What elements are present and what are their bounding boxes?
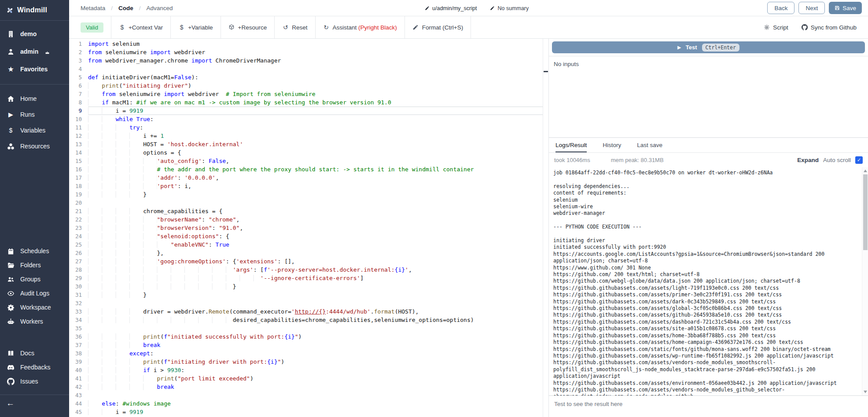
autoscroll-checkbox[interactable]: ✓	[855, 156, 863, 164]
sidebar-item-folders[interactable]: Folders	[0, 259, 69, 271]
format-button[interactable]: Format (Ctrl+S)	[405, 16, 471, 38]
code-line[interactable]: }	[88, 291, 543, 299]
expand-button[interactable]: Expand	[797, 157, 819, 163]
code-editor[interactable]: 1234567891011121314151617181920212223242…	[69, 39, 543, 417]
code-line[interactable]: }	[88, 282, 543, 291]
sidebar-item-feedbacks[interactable]: Feedbacks	[0, 362, 69, 373]
code-line[interactable]: options = {	[88, 148, 543, 157]
code-line[interactable]: if macM1: #if we are on mac m1 -> custom…	[88, 98, 543, 107]
script-summary-edit[interactable]: No summary	[490, 5, 529, 11]
code-line[interactable]: i += 1	[88, 132, 543, 140]
sidebar-item-resources[interactable]: Resources	[0, 140, 69, 152]
code-line[interactable]: },	[88, 249, 543, 257]
app-logo[interactable]: Windmill	[0, 0, 69, 21]
code-line[interactable]: def initiateDriver(macM1=False):	[88, 73, 543, 81]
sidebar-item-audit-logs[interactable]: Audit Logs	[0, 288, 69, 299]
sidebar-item-groups[interactable]: Groups	[0, 273, 69, 285]
next-button[interactable]: Next	[798, 2, 825, 14]
code-line[interactable]: "browserVersion": "91.0",	[88, 224, 543, 232]
code-line[interactable]: break	[88, 383, 543, 391]
splitter-handle[interactable]	[544, 71, 548, 72]
scrollbar-thumb[interactable]	[863, 174, 868, 250]
code-line[interactable]: 'args': [f'--proxy-server=host.docker.in…	[88, 266, 543, 274]
code-line[interactable]: try:	[88, 123, 543, 132]
sync-from-github-button[interactable]: Sync from Github	[802, 24, 857, 31]
add-context-var-button[interactable]: $ +Context Var	[111, 16, 171, 38]
sidebar-item-user-menu[interactable]: admin	[0, 46, 69, 57]
sidebar-item-variables[interactable]: $Variables	[0, 125, 69, 136]
code-line[interactable]: '--ignore-certificate-errors']	[88, 274, 543, 282]
code-line[interactable]: # the addr and the port where the proxy …	[88, 165, 543, 173]
code-line[interactable]: break	[88, 341, 543, 349]
tab-history[interactable]: History	[603, 138, 621, 152]
code-line[interactable]: 'auto_config': False,	[88, 157, 543, 165]
line-number: 40	[69, 366, 82, 374]
sidebar-item-favorites[interactable]: ★Favorites	[0, 63, 69, 75]
test-button[interactable]: ▶ Test Ctrl+Enter	[552, 41, 865, 53]
code-line[interactable]	[88, 299, 543, 307]
code-line[interactable]: "selenoid:options": {	[88, 232, 543, 240]
code-line[interactable]: else: #windows image	[88, 399, 543, 408]
save-button[interactable]: Save	[829, 2, 862, 14]
tab-logs-result[interactable]: Logs/Result	[555, 138, 587, 152]
sidebar-item-workers[interactable]: Workers	[0, 316, 69, 327]
assistant-button[interactable]: ↻ Assistant (Pyright Black)	[316, 16, 405, 38]
code-line[interactable]: i = 9919	[88, 408, 543, 416]
code-line[interactable]: 'goog:chromeOptions': {'extensions': [],	[88, 257, 543, 266]
code-line[interactable]	[88, 65, 543, 73]
code-line[interactable]	[88, 324, 543, 332]
sidebar-item-issues[interactable]: Issues	[0, 376, 69, 387]
sidebar-item-runs[interactable]: ▶Runs	[0, 109, 69, 120]
scroll-down-arrow-icon[interactable]	[864, 391, 867, 393]
code-line[interactable]: 'port': i,	[88, 182, 543, 190]
reset-button[interactable]: ↺ Reset	[275, 16, 315, 38]
code-line[interactable]: print("initiating driver")	[88, 81, 543, 90]
script-kind-button[interactable]: Script	[764, 24, 788, 31]
code-line[interactable]: HOST = 'host.docker.internal'	[88, 140, 543, 148]
tab-advanced[interactable]: Advanced	[147, 5, 173, 11]
sidebar-item-label: Home	[20, 95, 37, 102]
sidebar-item-docs[interactable]: Docs	[0, 347, 69, 359]
code-line[interactable]: 'addr': '0.0.0.0',	[88, 173, 543, 182]
code-line[interactable]: print(f"initiating driver with port:{i}"…	[88, 358, 543, 366]
code-line[interactable]: }	[88, 190, 543, 199]
log-output[interactable]: job 01864aff-22dd-cf40-f0c5-0ec8e9b50c70…	[549, 167, 868, 395]
sidebar-collapse-button[interactable]: ←	[6, 399, 15, 408]
sidebar-item-workspace-demo[interactable]: demo	[0, 28, 69, 40]
code-line[interactable]: from webdriver_manager.chrome import Chr…	[88, 56, 543, 65]
sidebar-item-schedules[interactable]: Schedules	[0, 245, 69, 257]
sidebar-item-label: demo	[20, 30, 37, 37]
log-scrollbar[interactable]	[862, 167, 868, 395]
code-line[interactable]: desired_capabilities=chrome_capabilities…	[88, 316, 543, 324]
add-resource-button[interactable]: +Resource	[221, 16, 275, 38]
sidebar-item-home[interactable]: Home	[0, 93, 69, 104]
code-line[interactable]: from seleniumwire import webdriver # Imp…	[88, 90, 543, 98]
script-path: u/admin/my_script	[432, 5, 477, 11]
scroll-up-arrow-icon[interactable]	[864, 170, 867, 172]
add-variable-button[interactable]: $ +Variable	[171, 16, 221, 38]
tab-metadata[interactable]: Metadata	[81, 5, 105, 11]
editor-code[interactable]: import seleniumfrom seleniumwire import …	[88, 40, 543, 417]
code-line[interactable]: driver = webdriver.Remote(command_execut…	[88, 307, 543, 316]
log-line: https://github.githubassets.com/assets/h…	[553, 339, 857, 346]
code-line[interactable]: except:	[88, 349, 543, 358]
code-line[interactable]: from seleniumwire import webdriver	[88, 48, 543, 56]
code-line[interactable]: while True:	[88, 115, 543, 123]
code-line[interactable]: chrome_capabilities = {	[88, 207, 543, 215]
code-line[interactable]: "browserName": "chrome",	[88, 215, 543, 224]
script-path-edit[interactable]: u/admin/my_script	[425, 5, 477, 11]
line-number: 7	[69, 90, 82, 98]
code-line[interactable]: print("port limit exceeded")	[88, 374, 543, 383]
code-line[interactable]: import selenium	[88, 40, 543, 48]
tab-code[interactable]: Code	[118, 5, 133, 11]
code-line-current[interactable]: i = 9919	[88, 107, 543, 115]
code-line[interactable]: "enableVNC": True	[88, 240, 543, 249]
code-line[interactable]	[88, 199, 543, 207]
code-line[interactable]	[88, 391, 543, 399]
sidebar-item-workspace[interactable]: Workspace	[0, 302, 69, 313]
back-button[interactable]: Back	[767, 2, 794, 14]
code-line[interactable]: print(f"initiated successfully with port…	[88, 332, 543, 341]
code-line[interactable]: if i > 9930:	[88, 366, 543, 374]
tab-last-save[interactable]: Last save	[637, 138, 662, 152]
panel-splitter[interactable]	[543, 39, 549, 417]
